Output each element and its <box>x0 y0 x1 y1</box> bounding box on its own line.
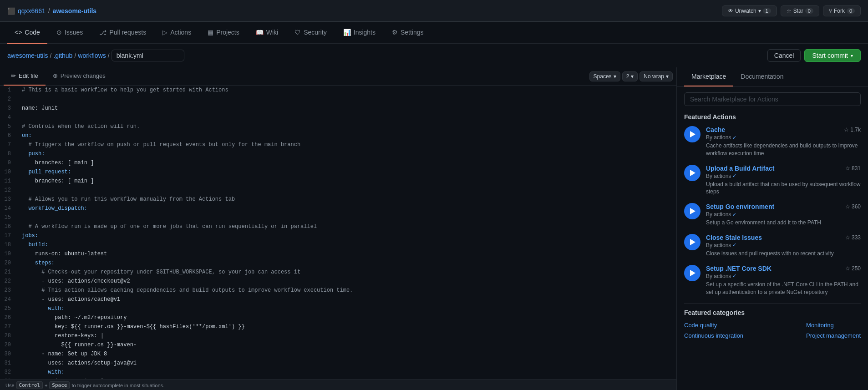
table-row: 24 - uses: actions/cache@v1 <box>0 295 676 304</box>
category-monitoring[interactable]: Monitoring <box>806 322 861 329</box>
line-number: 15 <box>0 213 18 222</box>
marketplace-search-input[interactable] <box>684 92 861 106</box>
star-count: 360 <box>852 203 861 210</box>
line-number: 16 <box>0 222 18 231</box>
status-text-plus: + <box>45 383 47 388</box>
line-content: restore-keys: | <box>18 331 676 340</box>
action-name: Close Stale Issues <box>706 234 762 241</box>
table-row: 22 - uses: actions/checkout@v2 <box>0 277 676 286</box>
line-number: 11 <box>0 177 18 186</box>
watch-button[interactable]: 👁 Unwatch ▾ 1 <box>722 5 777 16</box>
top-action-buttons: 👁 Unwatch ▾ 1 ☆ Star 0 ⑂ Fork 0 <box>722 5 861 16</box>
tab-wiki[interactable]: 📖 Wiki <box>249 22 285 44</box>
tab-actions[interactable]: ▷ Actions <box>155 22 198 44</box>
tab-edit-file[interactable]: ✏ Edit file <box>4 67 46 86</box>
table-row: 4 <box>0 113 676 122</box>
cancel-button[interactable]: Cancel <box>767 49 801 62</box>
tab-marketplace[interactable]: Marketplace <box>684 67 733 86</box>
breadcrumb-github[interactable]: .github <box>53 52 72 59</box>
indent-size-select[interactable]: 2 ▾ <box>622 71 638 81</box>
star-icon: ☆ <box>844 127 849 133</box>
fork-button[interactable]: ⑂ Fork 0 <box>823 5 861 16</box>
featured-categories-title: Featured categories <box>684 309 861 316</box>
actions-list: Cache ☆ 1.7k By actions ✓ Cache artifact… <box>684 126 861 296</box>
start-commit-button[interactable]: Start commit ▾ <box>804 49 861 62</box>
table-row: 32 with: <box>0 368 676 377</box>
repo-name-link[interactable]: awesome-utils <box>53 7 96 15</box>
action-name-row: Upload a Build Artifact ☆ 831 <box>706 165 861 172</box>
tab-security[interactable]: 🛡 Security <box>287 22 334 44</box>
action-item-upload-artifact[interactable]: Upload a Build Artifact ☆ 831 By actions… <box>684 165 861 196</box>
tab-preview-changes[interactable]: ⊕ Preview changes <box>46 67 113 86</box>
line-number: 1 <box>0 86 18 95</box>
line-content: - name: Set up JDK 8 <box>18 349 676 359</box>
line-content: jobs: <box>18 231 676 240</box>
category-project-management[interactable]: Project management <box>806 332 861 339</box>
tab-pull-requests[interactable]: ⎇ Pull requests <box>92 22 153 44</box>
line-number: 17 <box>0 231 18 240</box>
indent-caret: ▾ <box>614 73 616 80</box>
featured-categories: Featured categories Code quality Continu… <box>684 309 861 339</box>
star-button[interactable]: ☆ Star 0 <box>781 5 819 16</box>
marketplace-content: Featured Actions Cache ☆ 1.7k By actions… <box>677 87 868 390</box>
table-row: 28 restore-keys: | <box>0 331 676 340</box>
verified-icon: ✓ <box>732 173 736 179</box>
action-by: By actions ✓ <box>706 134 861 141</box>
category-code-quality[interactable]: Code quality <box>684 322 743 329</box>
line-content: path: ~/.m2/repository <box>18 313 676 322</box>
line-number: 9 <box>0 158 18 167</box>
line-number: 14 <box>0 204 18 213</box>
tab-settings[interactable]: ⚙ Settings <box>385 22 431 44</box>
tab-documentation[interactable]: Documentation <box>733 67 791 86</box>
action-item-cache[interactable]: Cache ☆ 1.7k By actions ✓ Cache artifact… <box>684 126 861 157</box>
action-star: ☆ 250 <box>845 265 861 272</box>
line-content: ${{ runner.os }}-maven- <box>18 340 676 349</box>
table-row: 6on: <box>0 131 676 140</box>
line-number: 8 <box>0 149 18 158</box>
editor-layout: ✏ Edit file ⊕ Preview changes Spaces ▾ 2… <box>0 67 868 390</box>
start-commit-caret: ▾ <box>851 53 853 58</box>
breadcrumb-workflows[interactable]: workflows <box>78 52 106 59</box>
star-count: 831 <box>852 165 861 172</box>
pr-icon: ⎇ <box>99 29 107 36</box>
table-row: 15 <box>0 213 676 222</box>
breadcrumb: awesome-utils / .github / workflows / <box>7 50 184 61</box>
categories-right: Monitoring Project management <box>806 322 861 339</box>
category-ci[interactable]: Continuous integration <box>684 332 743 339</box>
indent-select[interactable]: Spaces ▾ <box>589 71 620 81</box>
marketplace-tabs: Marketplace Documentation <box>677 67 868 87</box>
tab-issues[interactable]: ⊙ Issues <box>49 22 90 44</box>
action-info-close-stale: Close Stale Issues ☆ 333 By actions ✓ Cl… <box>706 234 861 258</box>
action-item-setup-go[interactable]: Setup Go environment ☆ 360 By actions ✓ … <box>684 203 861 227</box>
breadcrumb-sep2: / <box>74 52 76 59</box>
wrap-select[interactable]: No wrap ▾ <box>640 71 673 81</box>
line-content <box>18 95 676 104</box>
action-description: Cache artifacts like dependencies and bu… <box>706 142 861 157</box>
filename-input[interactable] <box>112 50 184 61</box>
line-number: 6 <box>0 131 18 140</box>
space-key: Space <box>49 381 70 389</box>
table-row: 16 # A workflow run is made up of one or… <box>0 222 676 231</box>
action-item-close-stale[interactable]: Close Stale Issues ☆ 333 By actions ✓ Cl… <box>684 234 861 258</box>
tab-insights[interactable]: 📊 Insights <box>336 22 383 44</box>
code-editor[interactable]: 1# This is a basic workflow to help you … <box>0 86 676 379</box>
table-row: 21 # Checks-out your repository under $G… <box>0 268 676 277</box>
tab-projects[interactable]: ▦ Projects <box>200 22 247 44</box>
line-content: uses: actions/setup-java@v1 <box>18 359 676 368</box>
secondary-navigation: <> Code ⊙ Issues ⎇ Pull requests ▷ Actio… <box>0 22 868 44</box>
table-row: 3name: Junit <box>0 104 676 113</box>
action-star: ☆ 333 <box>845 234 861 241</box>
repo-owner-link[interactable]: qqxx6661 <box>18 7 46 15</box>
action-name-row: Setup .NET Core SDK ☆ 250 <box>706 265 861 272</box>
line-number: 10 <box>0 167 18 177</box>
breadcrumb-row: awesome-utils / .github / workflows / Ca… <box>0 44 868 67</box>
repo-icon: ⬛ <box>7 7 15 15</box>
star-icon: ☆ <box>845 165 850 172</box>
line-number: 32 <box>0 368 18 377</box>
editor-panel: ✏ Edit file ⊕ Preview changes Spaces ▾ 2… <box>0 67 677 390</box>
breadcrumb-root[interactable]: awesome-utils <box>7 52 48 59</box>
line-number: 33 <box>0 377 18 379</box>
action-item-setup-dotnet[interactable]: Setup .NET Core SDK ☆ 250 By actions ✓ S… <box>684 265 861 296</box>
tab-code[interactable]: <> Code <box>7 22 47 44</box>
table-row: 20 steps: <box>0 258 676 268</box>
